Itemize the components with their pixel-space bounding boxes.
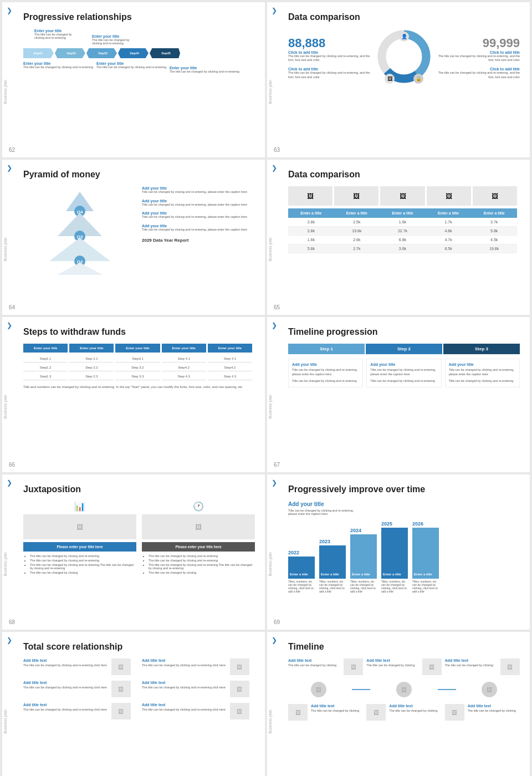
prog-label-4[interactable]: Enter your title [96, 62, 166, 65]
juxta-ri-3: The title can be changed by closing and … [149, 563, 255, 570]
prog-bars: 2022 Enter a title Titles, numbers, etc … [288, 521, 520, 593]
bar-2025-content: Enter a title [381, 528, 408, 579]
click-title-3[interactable]: Click to add title [437, 50, 520, 54]
tl-col-sub-1: Title can be changed by clicking and re-… [292, 379, 359, 384]
score-img-2: 🖼 [230, 658, 249, 675]
juxta-btn-left[interactable]: Please enter your title here [23, 542, 136, 552]
pyr-title-2[interactable]: Add your title [142, 199, 255, 203]
juxta-icon-right: 🕐 [142, 501, 255, 512]
tl71-title-6[interactable]: Add title text [468, 704, 520, 708]
slide-number-68: 68 [9, 619, 15, 625]
table-icon-2: 🖼 [334, 186, 378, 206]
tl71-title-5[interactable]: Add title text [389, 704, 441, 708]
score-title-6[interactable]: Add title text [142, 703, 226, 707]
score-title-4[interactable]: Add title text [142, 681, 226, 685]
juxta-btn-right[interactable]: Please enter your title here [142, 542, 255, 552]
tl71-title-4[interactable]: Add title text [311, 704, 363, 708]
step-arrow-2: Step02 [55, 48, 85, 58]
year-2022: 2022 [288, 550, 299, 555]
cell-r1c4: 1.7k [426, 218, 472, 227]
bar-2022-content: Enter a title [288, 557, 315, 579]
score-grid: Add title text The title can be changed … [23, 658, 255, 719]
juxta-img-left: 🖼 [23, 514, 136, 539]
score-item-4: Add title text The title can be changed … [142, 681, 255, 697]
slide-title-65: Data comparison [288, 170, 520, 180]
bar-2026-content: Enter a title [412, 528, 439, 579]
side-label-69: Business plan [268, 552, 272, 576]
table-header-1[interactable]: Enter a title [288, 208, 334, 218]
score-item-3: Add title text The title can be changed … [23, 681, 136, 697]
data-table-65: 🖼 🖼 🖼 🖼 🖼 Enter a title Enter a title En… [288, 186, 517, 253]
score-img-6: 🖼 [230, 703, 249, 719]
step-btn-5[interactable]: Enter your title [208, 344, 252, 353]
pyr-desc-1: Title can be changed by closing and re-e… [142, 190, 255, 195]
tl71-img-4: 🖼 [288, 704, 308, 721]
bar-2025-title[interactable]: Enter a title [383, 573, 406, 576]
score-img-3: 🖼 [111, 681, 131, 697]
prog-improve-69: Add your title Title can be changed by c… [288, 501, 520, 593]
score-title-5[interactable]: Add title text [23, 703, 107, 707]
step-btn-4[interactable]: Enter your title [162, 344, 206, 353]
table-header-5[interactable]: Enter a title [471, 208, 517, 218]
tl-col-title-1[interactable]: Add your title [292, 363, 359, 366]
tl71-item-5: 🖼 Add title text The title can be change… [366, 704, 441, 721]
big-number-left: 88,888 [288, 36, 371, 50]
cell-s3r1: Step1.3 [23, 373, 68, 380]
table-header-3[interactable]: Enter a title [380, 208, 426, 218]
donut-icon-top: 👤 [399, 32, 409, 42]
slide-number-69: 69 [274, 619, 280, 625]
juxta-img-right: 🖼 [142, 514, 255, 539]
step-btn-3[interactable]: Enter your title [115, 344, 160, 353]
comp-right: 99,999 Click to add title The title can … [437, 36, 520, 80]
bar-2023-title[interactable]: Enter a title [321, 573, 344, 576]
svg-marker-12 [41, 263, 119, 275]
table-row-3: 1.6k 2.6k 6.8k 4.7k 4.5k [288, 236, 517, 244]
prog-main-title[interactable]: Add your title [288, 501, 520, 507]
step-btn-2[interactable]: Enter your title [69, 344, 114, 353]
year-report: 2029 Data Year Report [142, 238, 255, 243]
prog-label-5[interactable]: Enter your title [170, 66, 239, 70]
bar-2022: 2022 Enter a title Titles, numbers, etc … [288, 521, 316, 593]
click-title-2[interactable]: Click to add title [288, 67, 371, 71]
table-icon-1: 🖼 [288, 186, 332, 206]
cell-s2r3: Step 3.2 [115, 364, 160, 371]
pyr-title-4[interactable]: Add your title [142, 224, 255, 228]
click-title-1[interactable]: Click to add title [288, 50, 371, 54]
pyr-title-3[interactable]: Add your title [142, 211, 255, 215]
score-title-2[interactable]: Add title text [142, 658, 226, 662]
tl-col-title-2[interactable]: Add your title [370, 363, 437, 366]
score-item-6: Add title text The title can be changed … [142, 703, 255, 719]
click-title-4[interactable]: Click to add title [437, 67, 520, 71]
tl71-title-1[interactable]: Add title text [288, 658, 340, 662]
tl71-title-2[interactable]: Add title text [366, 658, 418, 662]
slide-icon-67: ❯ [272, 321, 277, 329]
tl71-title-3[interactable]: Add title text [445, 658, 497, 662]
score-title-1[interactable]: Add title text [23, 658, 107, 662]
tl-step-1: Step 1 [288, 344, 365, 354]
step-btn-1[interactable]: Enter your title [23, 344, 68, 353]
table-header-4[interactable]: Enter a title [426, 208, 472, 218]
tl-col-sub-3: Title can be changed by clicking and re-… [449, 379, 516, 384]
tl71-row1: Add title text The title can be changed … [288, 658, 520, 675]
score-title-3[interactable]: Add title text [23, 681, 107, 685]
prog-label-1[interactable]: Enter your title [34, 29, 73, 33]
cell-r1c2: 2.5k [334, 218, 380, 227]
bar-2024-title[interactable]: Enter a title [352, 573, 375, 576]
tl71-item-6: 🖼 Add title text The title can be change… [445, 704, 520, 721]
cell-r2c1: 2.8k [288, 227, 334, 236]
prog-label-3[interactable]: Enter your title [23, 62, 93, 65]
table-header-2[interactable]: Enter a title [334, 208, 380, 218]
bar-2026-title[interactable]: Enter a title [414, 573, 437, 576]
tl71-dot-3: 🖼 [482, 682, 497, 697]
tl-col-title-3[interactable]: Add your title [449, 363, 516, 366]
prog-label-2[interactable]: Enter your title [92, 34, 131, 38]
slide-icon-71: ❯ [272, 636, 277, 644]
cell-r4c3: 3.6k [380, 244, 426, 253]
tl71-desc-3: The title can be changed by clicking [445, 663, 497, 667]
bar-2022-title[interactable]: Enter a title [290, 573, 313, 576]
slide-title-62: Progressive relationships [23, 12, 255, 22]
score-desc-3: The title can be changed by clicking and… [23, 686, 107, 689]
pyr-title-1[interactable]: Add your title [142, 186, 255, 190]
side-label-64: Business plan [3, 237, 7, 262]
slide-icon-64: ❯ [7, 164, 12, 172]
